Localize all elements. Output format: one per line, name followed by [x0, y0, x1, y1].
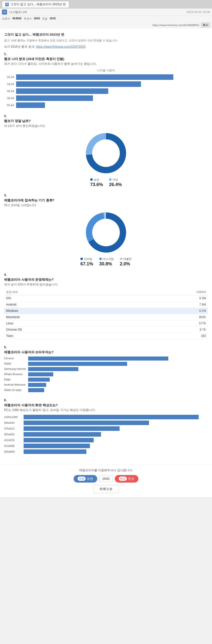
desktop-pct: 30.8% [99, 261, 112, 267]
age-bar-fill [16, 102, 45, 108]
browser-bar-row: Chrome [4, 357, 208, 361]
desktop-dot [99, 258, 102, 260]
browser-bar-fill [28, 367, 78, 371]
browser-bar-row: Edge [4, 378, 208, 382]
age-bar-label: 45-54 [4, 90, 14, 93]
res-bar-fill [24, 426, 120, 431]
svg-point-2 [92, 139, 120, 167]
res-bar-row: 360x800 [4, 449, 208, 454]
os-table-row: Windows6.2M [4, 308, 208, 314]
age-bar-chart: 25-34 18-24 45-54 35-44 55-64 [4, 74, 208, 108]
vote-count: 2042 [99, 475, 113, 482]
browser-bar-wrap [28, 378, 208, 382]
age-bar-row: 35-44 [4, 95, 208, 101]
browser-bar-row: Whale Browser [4, 372, 208, 376]
age-bar-wrap [16, 88, 208, 94]
meta-bar: 조회수 454902 추천수 2042 댓글 1815 [0, 16, 212, 22]
os-name: Tizen [4, 333, 126, 339]
past-ref: 과거 2015년 통계 링크: https://www.fmkorea.com/… [4, 45, 208, 49]
browser-bar-wrap [28, 372, 208, 376]
url-bar: https://www.fmkorea.com/6140668951 복사 [0, 22, 212, 28]
male-dot [90, 178, 93, 181]
dislike-btn-label: 팟죠 [128, 477, 134, 481]
os-users: 6.2M [126, 308, 208, 314]
post-notice: 참고: 아래 통계는 구글에서 추정해서 만든 자료이고, 오차가 당연히 크게… [4, 38, 208, 43]
device-donut: 모바일 67.1% 데스크탑 30.8% 태블릿 2.0% [4, 210, 208, 267]
res-bar-row: 393x852 [4, 432, 208, 437]
female-pct: 26.4% [109, 182, 122, 187]
browser-label: Samsung Internet [4, 367, 27, 371]
svg-point-6 [92, 219, 120, 246]
browser-label: Safari (in-app) [4, 388, 27, 392]
tablet-dot [120, 258, 122, 260]
res-bar-wrap [24, 444, 208, 448]
age-bar-row: 45-54 [4, 88, 208, 94]
browser-bar-fill [28, 383, 46, 387]
gender-donut-svg [83, 131, 129, 176]
age-bar-fill [16, 74, 173, 80]
device-legend: 모바일 67.1% 데스크탑 30.8% 태블릿 2.0% [80, 257, 132, 267]
legend-desktop: 데스크탑 30.8% [99, 257, 114, 267]
section-age: 1. 펨코 나이 분포 (18세 미만은 측정이 안됨) 과거 보다 나이가 올… [4, 52, 208, 108]
browser-label: Safari [4, 362, 27, 365]
legend-mobile: 모바일 67.1% [80, 257, 93, 267]
site-icon: 시 [2, 10, 7, 15]
os-table-row: Chrome OS8.7K [4, 326, 208, 333]
copy-button[interactable]: 복사 [201, 23, 210, 27]
dislike-button[interactable]: 팟죠 팟죠 [115, 475, 138, 483]
os-users: 7.9M [126, 301, 208, 308]
section-gender: 2. 펨코가 정말 남초? 네 (과거 보다 분산되었습니다) 남성 73.6% [4, 114, 208, 187]
recommend-label: 추천수 [24, 17, 32, 21]
post-title: 그것이 알고 싶다... 에펨코리아 2023년 편 [4, 32, 208, 37]
os-users: 383 [126, 333, 208, 339]
list-button[interactable]: 목록으로 [93, 485, 119, 493]
browser-bar-wrap [28, 388, 208, 392]
recommend-btn-label: 포텐 [87, 477, 93, 481]
dislike-icon: 팟죠 [119, 477, 127, 481]
tab-icon: 포 [5, 3, 9, 6]
os-name: Windows [4, 308, 126, 314]
os-table-row: iOS9.3M [4, 295, 208, 301]
os-users: 8.7K [126, 326, 208, 333]
age-bar-label: 55-64 [4, 104, 14, 107]
tablet-label: 태블릿 [123, 257, 132, 261]
female-dot [109, 178, 112, 181]
os-table-row: Macintosh902K [4, 314, 208, 320]
age-bar-fill [16, 81, 141, 87]
browser-bar-chart: Chrome Safari Samsung Internet Whale Bro… [4, 357, 208, 392]
tablet-pct: 2.0% [120, 261, 130, 267]
age-bar-wrap [16, 74, 208, 80]
past-ref-link[interactable]: https://www.fmkorea.com/224472625 [36, 45, 85, 48]
os-users: 577K [126, 320, 208, 326]
browser-label: Chrome [4, 357, 27, 360]
age-bar-fill [16, 88, 108, 94]
active-tab[interactable]: 포 그것이 알고 싶다... 에펨코리아 2023년 편 [2, 1, 69, 8]
browser-bar-wrap [28, 357, 208, 361]
browser-label: Whale Browser [4, 372, 27, 376]
age-bar-label: 35-44 [4, 97, 14, 100]
recommend-icon: 포텐 [78, 477, 86, 481]
browser-bar-row: Safari [4, 362, 208, 366]
res-bar-fill [24, 438, 94, 442]
browser-bar-wrap [28, 362, 208, 366]
browser-bar-row: Safari (in-app) [4, 388, 208, 392]
device-donut-svg [83, 210, 129, 255]
res-bar-fill [24, 415, 199, 419]
legend-female: 여성 26.4% [109, 178, 122, 187]
age-bar-row: 55-64 [4, 102, 208, 108]
browser-bar-row: Android Webview [4, 383, 208, 387]
resolution-bar-chart: 1920x1080 390x844 375x812 393x852 412x91… [4, 415, 208, 454]
browser-bar-wrap [28, 383, 208, 387]
recommend-button[interactable]: 포텐 포텐 [74, 475, 97, 483]
os-name: Macintosh [4, 314, 126, 320]
section-resolution: 6. 에펨코리아 사용자의 화면 해상도는? PC는 1080 해상도가 월등히… [4, 398, 208, 454]
os-table-row: Linux577K [4, 320, 208, 326]
os-name: iOS [4, 295, 126, 301]
browser-bar-row: Samsung Internet [4, 367, 208, 371]
os-table-row: Android7.9M [4, 301, 208, 308]
content-area: 그것이 알고 싶다... 에펨코리아 2023년 편 참고: 아래 통계는 구글… [0, 28, 212, 464]
browser-label: Edge [4, 378, 27, 381]
res-bar-wrap [24, 415, 208, 419]
res-label: 360x800 [4, 450, 22, 453]
res-bar-row: 414x896 [4, 444, 208, 448]
